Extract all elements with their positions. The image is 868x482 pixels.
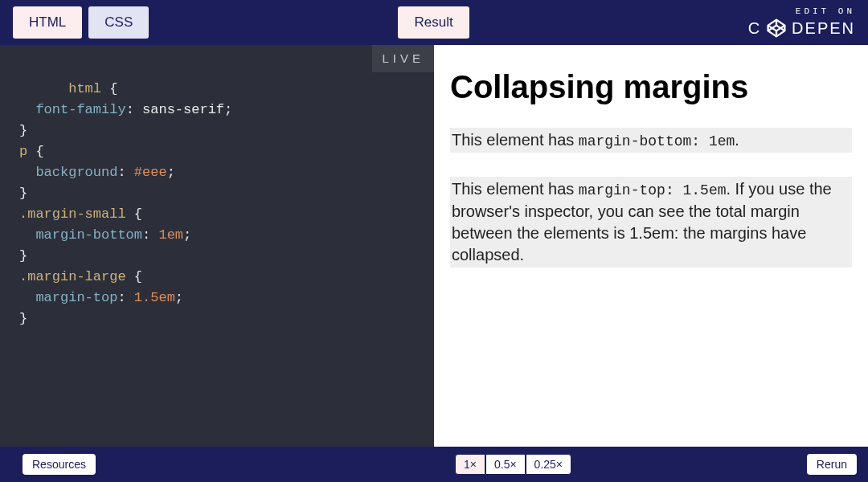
code-token: margin-bottom [35,227,142,243]
edit-on-label: EDIT ON [796,6,855,16]
code-token: p [19,144,27,159]
code-token: { [101,81,117,96]
codepen-branding[interactable]: EDIT ON C DEPEN [748,6,855,39]
tab-result[interactable]: Result [398,6,469,39]
codepen-wordmark: C [748,19,761,38]
code-token: ; [175,290,183,305]
code-token: font-family [35,102,125,117]
app-root: HTML CSS Result EDIT ON C DEPEN [0,0,868,482]
result-heading: Collapsing margins [450,69,852,105]
code-token: 1.5em [134,290,175,305]
code-token: html [68,81,101,96]
code-token: { [27,144,43,159]
inline-code: margin-top: 1.5em [579,182,727,198]
resources-button[interactable]: Resources [23,454,96,475]
text: This element has [452,180,579,198]
code-token: : [117,165,133,180]
code-token: #eee [134,165,167,180]
rerun-button[interactable]: Rerun [807,454,857,475]
zoom-0-25x[interactable]: 0.25× [526,454,571,475]
live-badge: LIVE [372,45,434,72]
tab-css[interactable]: CSS [88,6,149,39]
code-token: margin-top [35,290,117,305]
code-token: ; [167,165,175,180]
code-token: } [19,123,27,138]
code-token: .margin-small [19,206,126,222]
main-area: LIVEhtml { font-family: sans-serif; } p … [0,45,868,447]
text: . [735,131,739,149]
code-token: : [142,227,158,243]
code-token: ; [183,227,191,243]
code-token: { [126,206,142,222]
result-pane: Collapsing margins This element has marg… [434,45,868,447]
codepen-logo: C DEPEN [748,18,855,39]
inline-code: margin-bottom: 1em [579,133,735,149]
codepen-wordmark-tail: DEPEN [792,19,855,38]
zoom-1x[interactable]: 1× [455,454,485,475]
text: This element has [452,131,579,149]
result-paragraph-1: This element has margin-bottom: 1em. [450,128,852,153]
code-token: : [117,290,133,305]
header-bar: HTML CSS Result EDIT ON C DEPEN [0,0,868,45]
code-token: ; [224,102,232,117]
code-token: } [19,186,27,201]
code-token: { [126,269,142,284]
code-token: : [126,102,142,117]
code-token: background [35,165,117,180]
footer-wrap: Resources 1× 0.5× 0.25× Rerun [11,447,857,482]
code-editor[interactable]: LIVEhtml { font-family: sans-serif; } p … [0,45,434,447]
zoom-0-5x[interactable]: 0.5× [485,454,526,475]
tab-html[interactable]: HTML [13,6,82,39]
code-token: sans-serif [142,102,224,117]
code-token: 1em [158,227,183,243]
code-token: .margin-large [19,269,126,284]
footer-bar: Resources 1× 0.5× 0.25× Rerun [0,447,868,482]
code-token: } [19,248,27,263]
zoom-group: 1× 0.5× 0.25× [455,454,571,475]
code-token: } [19,311,27,326]
codepen-cube-icon [766,18,787,39]
result-paragraph-2: This element has margin-top: 1.5em. If y… [450,177,852,267]
